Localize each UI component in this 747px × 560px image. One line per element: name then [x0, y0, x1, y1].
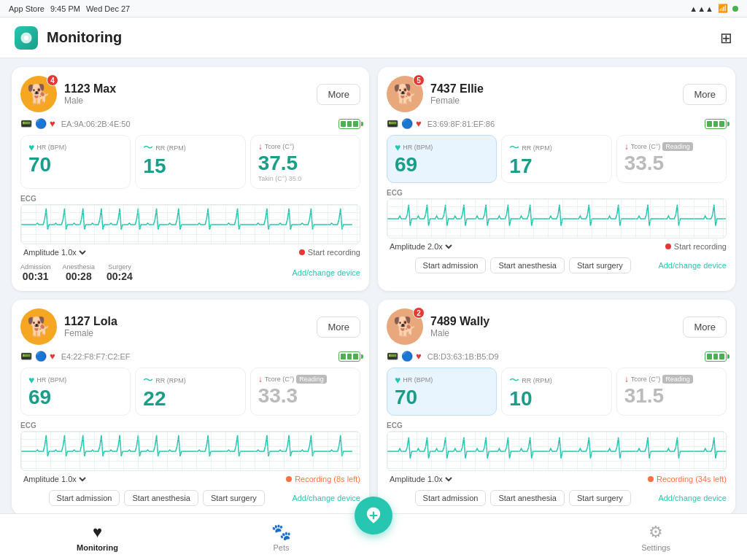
- patient-name: 7489 Wally: [430, 315, 489, 328]
- patient-gender: Female: [430, 96, 484, 106]
- main-content: 🐕 4 1123 Max Male More 📟 🔵 ♥ EA:9A:06:2B…: [0, 58, 747, 513]
- add-device-link[interactable]: Add/change device: [292, 494, 360, 502]
- action-btn[interactable]: Start surgery: [569, 257, 631, 273]
- more-button[interactable]: More: [317, 316, 360, 338]
- ecg-section: ECG Amplitude 1.0x Amplitude 0.5x Amplit…: [387, 421, 727, 484]
- app-logo: [15, 26, 38, 50]
- temp-box: ↓ Tcore (C°) Reading 33.5: [616, 135, 727, 183]
- more-button[interactable]: More: [683, 84, 727, 105]
- record-dot: [665, 244, 671, 249]
- patient-info: 🐕 5 7437 Ellie Female: [387, 76, 484, 112]
- card-header: 🐕 5 7437 Ellie Female More: [387, 76, 727, 112]
- amplitude-select[interactable]: Amplitude 1.0x Amplitude 0.5x Amplitude …: [387, 474, 454, 484]
- patient-gender: Male: [430, 328, 489, 338]
- temp-value: 33.5: [624, 153, 719, 174]
- temp-label: ↓ Tcore (C°) Reading: [624, 374, 719, 384]
- center-action-button[interactable]: [355, 497, 392, 534]
- alert-badge: 4: [47, 74, 58, 86]
- device-row: 📟 🔵 ♥ E3:69:8F:81:EF:86: [387, 118, 727, 129]
- amplitude-select[interactable]: Amplitude 2.0x Amplitude 0.5x Amplitude …: [387, 241, 454, 252]
- temp-box: ↓ Tcore (C°) Reading 31.5: [616, 368, 727, 416]
- more-button[interactable]: More: [317, 84, 360, 105]
- record-label: Recording (34s left): [657, 475, 727, 483]
- card-footer: Start admissionStart anesthesiaStart sur…: [387, 257, 727, 273]
- monitor-icon: 📟: [387, 118, 398, 129]
- amplitude-select[interactable]: Amplitude 1.0x Amplitude 0.5x Amplitude …: [20, 474, 88, 484]
- record-button[interactable]: Start recording: [299, 248, 360, 257]
- dog-emoji: 🐕: [27, 316, 50, 338]
- action-buttons: Start admissionStart anesthesiaStart sur…: [415, 257, 631, 273]
- ecg-controls: Amplitude 1.0x Amplitude 0.5x Amplitude …: [20, 247, 360, 257]
- add-device-link[interactable]: Add/change device: [658, 494, 727, 502]
- patient-gender: Female: [64, 328, 117, 338]
- mac-address: CB:D3:63:1B:B5:D9: [427, 352, 499, 361]
- alert-badge: 5: [413, 74, 425, 86]
- nav-monitoring[interactable]: ♥ Monitoring: [77, 523, 118, 552]
- action-btn[interactable]: Start admission: [415, 490, 487, 506]
- rr-box: 〜 RR (RPM) 10: [501, 368, 611, 416]
- add-device-link[interactable]: Add/change device: [292, 268, 360, 277]
- card-footer: Admission 00:31 Anesthesia 00:28 Surgery…: [20, 263, 360, 282]
- mac-address: E3:69:8F:81:EF:86: [427, 120, 495, 128]
- vitals-row: ♥ HR (BPM) 69 〜 RR (RPM) 22 ↓ Tcore (C°)…: [20, 368, 360, 416]
- action-btn[interactable]: Start admission: [49, 490, 120, 506]
- timer-label: Admission: [20, 263, 51, 271]
- timer-value: 00:28: [63, 271, 96, 282]
- patient-info: 🐕 2 7489 Wally Male: [387, 308, 489, 345]
- ecg-chart: [387, 431, 727, 471]
- grid-icon[interactable]: ⊞: [720, 29, 732, 47]
- monitor-icon: 📟: [20, 351, 32, 362]
- add-device-link[interactable]: Add/change device: [658, 261, 727, 270]
- action-btn[interactable]: Start anesthesia: [124, 490, 198, 506]
- temp-value: 31.5: [624, 386, 719, 406]
- rr-label-text: RR (RPM): [522, 144, 552, 152]
- signal-icon: ▲▲▲: [689, 4, 713, 13]
- avatar-wrapper: 🐕 2: [387, 308, 423, 345]
- ecg-grid: [21, 432, 360, 470]
- action-btn[interactable]: Start surgery: [203, 490, 265, 506]
- hr-box: ♥ HR (BPM) 69: [20, 368, 131, 416]
- action-btn[interactable]: Start anesthesia: [490, 257, 565, 273]
- more-button[interactable]: More: [683, 316, 727, 338]
- battery-indicator: [338, 119, 360, 129]
- amplitude-select[interactable]: Amplitude 1.0x Amplitude 0.5x Amplitude …: [20, 247, 88, 257]
- ecg-label: ECG: [387, 421, 727, 429]
- avatar-wrapper: 🐕 5: [387, 76, 423, 112]
- hr-box: ♥ HR (BPM) 70: [387, 368, 497, 416]
- temp-label: ↓ Tcore (C°) Reading: [258, 374, 352, 384]
- nav-pets[interactable]: 🐾 Pets: [271, 523, 291, 552]
- action-btn[interactable]: Start surgery: [569, 490, 631, 506]
- nav-pets-label: Pets: [273, 543, 289, 552]
- battery-indicator: [705, 351, 727, 362]
- patient-info: 🐕 4 1123 Max Male: [20, 76, 116, 112]
- battery-indicator: [705, 119, 727, 129]
- temp-status: Reading: [662, 142, 693, 151]
- vitals-row: ♥ HR (BPM) 70 〜 RR (RPM) 15 ↓ Tcore (C°)…: [20, 135, 360, 189]
- device-row: 📟 🔵 ♥ CB:D3:63:1B:B5:D9: [387, 351, 727, 362]
- record-button[interactable]: Recording (8s left): [286, 475, 360, 483]
- temp-value: 37.5: [258, 153, 352, 174]
- temp-box: ↓ Tcore (C°) Reading 33.3: [250, 368, 360, 416]
- action-btn[interactable]: Start admission: [415, 257, 487, 273]
- hr-label-text: HR (BPM): [403, 376, 433, 384]
- hr-value: 70: [28, 155, 123, 175]
- record-button[interactable]: Recording (34s left): [648, 475, 727, 483]
- dog-emoji: 🐕: [393, 83, 417, 106]
- status-bar: App Store 9:45 PM Wed Dec 27 ▲▲▲ 📶: [0, 0, 747, 18]
- record-dot: [286, 476, 292, 482]
- device-icons: 📟 🔵 ♥ EA:9A:06:2B:4E:50: [20, 118, 131, 129]
- card-header: 🐕 2 7489 Wally Male More: [387, 308, 727, 345]
- ecg-chart: [387, 198, 727, 238]
- record-button[interactable]: Start recording: [665, 242, 727, 251]
- ecg-section: ECG Amplitude 1.0x Amplitude 0.5x Amplit…: [20, 421, 360, 484]
- temp-value: 33.3: [258, 386, 352, 406]
- timer-value: 00:31: [20, 271, 51, 282]
- hr-label: ♥ HR (BPM): [28, 374, 123, 386]
- action-btn[interactable]: Start anesthesia: [490, 490, 565, 506]
- nav-settings[interactable]: ⚙ Settings: [641, 523, 670, 552]
- wifi-icon: 📶: [718, 4, 728, 13]
- rr-label-text: RR (RPM): [155, 144, 186, 152]
- rr-box: 〜 RR (RPM) 22: [135, 368, 245, 416]
- nav-settings-label: Settings: [641, 543, 670, 552]
- hr-label-text: HR (BPM): [36, 376, 66, 384]
